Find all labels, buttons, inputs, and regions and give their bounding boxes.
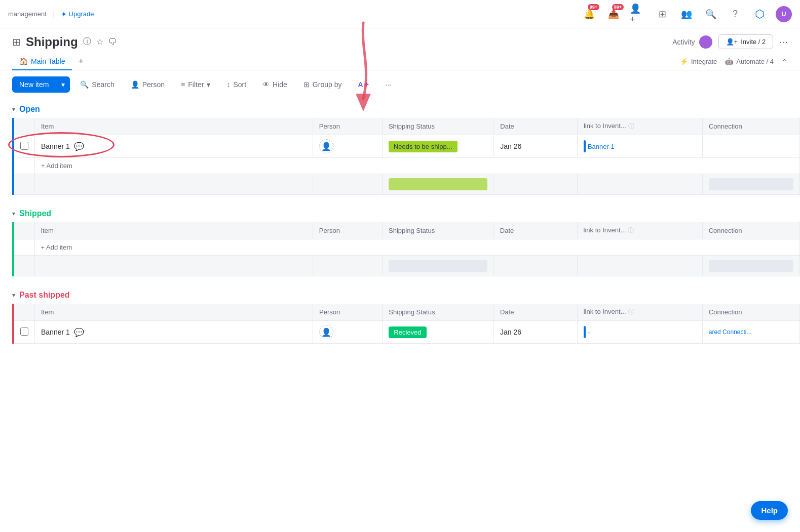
group-shipped-chevron[interactable]: ▾: [12, 210, 15, 217]
past-shipped-table-header: Item Person Shipping Status Date link to…: [14, 304, 800, 321]
tab-home-icon: 🏠: [19, 57, 28, 65]
new-item-caret[interactable]: ▾: [56, 76, 70, 93]
invite-icon: 👤+: [726, 38, 738, 46]
invite-button[interactable]: 👤+ Invite / 2: [718, 34, 774, 49]
tab-main-table[interactable]: 🏠 Main Table: [12, 53, 72, 70]
header-date: Date: [493, 222, 577, 239]
add-item-row[interactable]: + Add item: [14, 158, 800, 174]
shipped-summary-row: [14, 256, 800, 276]
filter-button[interactable]: ≡ Filter ▾: [175, 77, 216, 92]
summary-status-cell: [389, 178, 487, 190]
row-connection: [702, 135, 799, 158]
user-avatar[interactable]: U: [776, 6, 792, 22]
person-filter-button[interactable]: 👤 Person: [125, 77, 171, 92]
header-link-invent: link to Invent...ⓘ: [577, 222, 702, 239]
group-open-header: ▾ Open: [12, 99, 800, 118]
page-title-area: ⊞ Shipping ⓘ ☆ 🗨: [12, 35, 117, 49]
open-table-wrapper: Item Person Shipping Status Date link to…: [12, 118, 800, 195]
top-nav-left: management | ✦ Upgrade: [8, 10, 94, 18]
row-checkbox[interactable]: [14, 135, 35, 158]
row-item[interactable]: Banner 1 💬: [35, 135, 313, 158]
person-avatar[interactable]: 👤: [319, 139, 333, 153]
group-past-shipped: ▾ Past shipped Item Person Shipping Stat…: [12, 284, 800, 344]
header-item: Item: [35, 304, 313, 321]
nav-title: management: [8, 10, 47, 18]
group-by-label: Group by: [313, 80, 342, 89]
add-item-label[interactable]: + Add item: [35, 158, 800, 174]
shipped-table-wrapper: Item Person Shipping Status Date link to…: [12, 222, 800, 276]
header-link-invent: link to Invent...ⓘ: [577, 304, 702, 321]
row-date: Jan 26: [493, 321, 577, 344]
shipped-add-item-label[interactable]: + Add item: [34, 239, 800, 256]
row-link[interactable]: Banner 1: [577, 135, 702, 158]
help-nav-icon[interactable]: ?: [727, 6, 743, 22]
hide-icon: 👁: [262, 80, 270, 89]
automate-button[interactable]: 🤖 Automate / 4: [725, 58, 774, 65]
add-user-icon[interactable]: 👤+: [630, 6, 646, 22]
search-icon[interactable]: 🔍: [703, 6, 719, 22]
monday-icon[interactable]: ⬡: [751, 6, 768, 22]
status-badge[interactable]: Recieved: [389, 326, 426, 338]
header-item: Item: [34, 222, 313, 239]
new-item-label: New item: [12, 76, 56, 93]
past-shipped-table-wrapper: Item Person Shipping Status Date link to…: [12, 304, 800, 344]
header-shipping-status: Shipping Status: [382, 118, 493, 135]
add-tab-button[interactable]: +: [74, 56, 88, 67]
search-button[interactable]: 🔍 Search: [74, 77, 120, 92]
inbox-badge: 99+: [612, 4, 624, 10]
add-item-row[interactable]: + Add item: [14, 239, 800, 256]
top-nav-right: 🔔 99+ 📥 99+ 👤+ ⊞ 👥 🔍 ? ⬡ U: [581, 6, 792, 22]
new-item-button[interactable]: New item ▾: [12, 76, 70, 93]
row-connection[interactable]: ared Connecti...: [702, 321, 799, 344]
notifications-icon[interactable]: 🔔 99+: [581, 6, 597, 22]
apps-icon[interactable]: ⊞: [654, 6, 670, 22]
more-options-button[interactable]: ···: [779, 36, 788, 48]
row-person[interactable]: 👤: [313, 135, 382, 158]
star-icon[interactable]: ☆: [96, 37, 103, 47]
inbox-icon[interactable]: 📥 99+: [605, 6, 622, 22]
message-icon[interactable]: 💬: [74, 142, 84, 151]
header-shipping-status: Shipping Status: [383, 304, 494, 321]
row-status[interactable]: Recieved: [383, 321, 494, 344]
group-past-shipped-header: ▾ Past shipped: [12, 284, 800, 304]
hide-button[interactable]: 👁 Hide: [256, 77, 293, 92]
header-person: Person: [313, 222, 382, 239]
ai-button[interactable]: A✦: [352, 77, 375, 92]
header-person: Person: [313, 118, 382, 135]
row-checkbox[interactable]: [14, 321, 35, 344]
person-avatar[interactable]: 👤: [319, 325, 333, 339]
automate-icon: 🤖: [725, 58, 733, 65]
summary-row: [14, 174, 800, 195]
group-past-shipped-chevron[interactable]: ▾: [12, 292, 15, 299]
team-icon[interactable]: 👥: [678, 6, 695, 22]
filter-caret: ▾: [207, 80, 210, 89]
collapse-button[interactable]: ⌃: [782, 58, 788, 66]
row-item[interactable]: Banner 1 💬: [35, 321, 313, 344]
sort-button[interactable]: ↕ Sort: [220, 77, 252, 92]
page-header-icons: ⓘ ☆ 🗨: [83, 36, 117, 47]
header-person: Person: [313, 304, 383, 321]
header-date: Date: [494, 118, 578, 135]
info-icon[interactable]: ⓘ: [83, 36, 91, 47]
more-toolbar-button[interactable]: ···: [379, 77, 398, 92]
upgrade-button[interactable]: ✦ Upgrade: [61, 10, 94, 18]
activity-button[interactable]: Activity: [672, 35, 712, 49]
table-row: Banner 1 💬 👤 Recieved Jan 26: [14, 321, 800, 344]
header-checkbox: [14, 222, 34, 239]
integrate-icon: ⚡: [680, 58, 688, 65]
group-by-button[interactable]: ⊞ Group by: [297, 77, 348, 92]
automate-label: Automate / 4: [736, 58, 774, 65]
group-open-chevron[interactable]: ▾: [12, 106, 15, 113]
integrate-button[interactable]: ⚡ Integrate: [680, 58, 717, 65]
header-checkbox: [14, 304, 35, 321]
person-icon: 👤: [131, 80, 139, 89]
past-shipped-table: Item Person Shipping Status Date link to…: [14, 304, 800, 344]
tabs-left: 🏠 Main Table +: [12, 53, 88, 70]
share-icon[interactable]: 🗨: [108, 37, 117, 47]
message-icon[interactable]: 💬: [74, 328, 84, 337]
person-label: Person: [142, 80, 165, 89]
row-person[interactable]: 👤: [313, 321, 383, 344]
status-badge[interactable]: Needs to be shipp...: [389, 141, 458, 152]
activity-avatar: [699, 35, 712, 49]
row-status[interactable]: Needs to be shipp...: [382, 135, 493, 158]
